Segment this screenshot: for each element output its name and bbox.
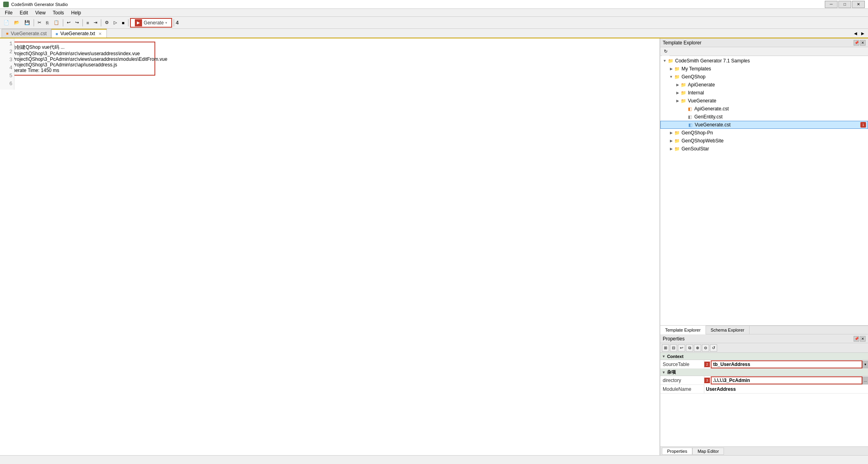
properties-panel: Properties 📌 ✕ ⊞ ⊟ ↩ ⧉ ⊕ ⊖ ↺ ▼ Context	[660, 334, 868, 446]
prop-btn-3[interactable]: ↩	[678, 344, 685, 352]
tree-vuegenerate-cst[interactable]: ◧ VueGenerate.cst 1	[660, 121, 868, 129]
prop-dropdown-sourcetable[interactable]: ▾	[862, 360, 868, 368]
toolbar-format[interactable]: ≡	[84, 18, 91, 27]
toolbar-step[interactable]: ▷	[112, 18, 119, 27]
tree-apigenerate-cst[interactable]: ◧ ApiGenerate.cst	[660, 105, 868, 113]
prop-btn-7[interactable]: ↺	[710, 344, 717, 352]
output-line-2: F:\Project\QShop\3_PcAdmin\src\views\use…	[6, 51, 152, 56]
tree-genqshop-pn[interactable]: ▶ 📁 GenQShop-Pn	[660, 129, 868, 137]
toolbar-badge: 4	[176, 20, 178, 26]
toolbar-new[interactable]: 📄	[2, 18, 11, 27]
template-tree[interactable]: ▼ 📁 CodeSmith Generator 7.1 Samples ▶ 📁 …	[660, 56, 868, 325]
toolbar-paste[interactable]: 📋	[52, 18, 61, 27]
tab-scroll-right[interactable]: ▶	[859, 29, 866, 38]
prop-value-modulename[interactable]: UserAddress	[704, 386, 868, 392]
close-button[interactable]: ✕	[852, 1, 865, 8]
tree-toggle-internal[interactable]: ▶	[675, 90, 680, 96]
toolbar-sep2	[63, 19, 63, 26]
te-refresh-btn[interactable]: ↻	[662, 47, 670, 56]
tree-toggle-gensoulstar[interactable]: ▶	[668, 146, 674, 152]
tab-close-button[interactable]: ✕	[98, 32, 102, 36]
tab-scroll-left[interactable]: ◀	[852, 29, 859, 38]
prop-name-sourcetable: SourceTable	[660, 360, 704, 368]
tree-toggle-genqshop-website[interactable]: ▶	[668, 138, 674, 144]
prop-value-directory[interactable]: .\.\.\.\3_PcAdmin	[711, 376, 862, 384]
tree-toggle-apigenerate[interactable]: ▶	[675, 82, 680, 88]
vuegenerate-badge: 1	[860, 122, 866, 128]
toolbar-indent[interactable]: ⇥	[92, 18, 99, 27]
menu-help[interactable]: Help	[68, 9, 84, 16]
tree-genentity-cst[interactable]: ◧ GenEntity.cst	[660, 113, 868, 121]
tree-toggle-vuegenerate[interactable]: ▶	[675, 98, 680, 104]
tab-vue-generate-cst[interactable]: ■ VueGenerate.cst	[2, 29, 51, 38]
tree-genqshop-website[interactable]: ▶ 📁 GenQShopWebSite	[660, 137, 868, 145]
prop-btn-5[interactable]: ⊕	[694, 344, 701, 352]
prop-browse-directory[interactable]: …	[862, 376, 868, 384]
toolbar-open[interactable]: 📂	[12, 18, 22, 27]
tree-label-genqshop-website: GenQShopWebSite	[682, 138, 868, 144]
te-pin-btn[interactable]: 📌	[854, 40, 859, 46]
bottom-tab-properties[interactable]: Properties	[662, 448, 692, 455]
prop-btn-6[interactable]: ⊖	[702, 344, 709, 352]
props-pin-btn[interactable]: 📌	[854, 336, 859, 342]
output-line-3: F:\Project\QShop\3_PcAdmin\src\views\use…	[6, 56, 152, 62]
tree-toggle-mytemplates[interactable]: ▶	[668, 66, 674, 72]
toolbar-redo[interactable]: ↪	[73, 18, 81, 27]
tree-toggle-genqshop-pn[interactable]: ▶	[668, 130, 674, 136]
prop-row-sourcetable: SourceTable 2 tb_UserAddress ▾	[660, 360, 868, 369]
minimize-button[interactable]: ─	[825, 1, 838, 8]
props-close-btn[interactable]: ✕	[860, 336, 866, 342]
panel-tabs: Template Explorer Schema Explorer	[660, 326, 868, 334]
folder-apigenerate-icon: 📁	[680, 82, 687, 88]
generate-button[interactable]: ▶ Generate ▾	[130, 18, 172, 28]
prop-btn-1[interactable]: ⊞	[662, 344, 669, 352]
tab-vue-generate-txt[interactable]: ■ VueGenerate.txt ✕	[51, 29, 107, 38]
app-title: CodeSmith Generator Studio	[11, 2, 68, 7]
template-explorer-header-btns[interactable]: 📌 ✕	[854, 40, 866, 46]
bottom-tab-map-editor[interactable]: Map Editor	[692, 448, 724, 455]
menu-edit[interactable]: Edit	[16, 9, 31, 16]
section-misc-label: 杂项	[667, 369, 676, 375]
section-misc-toggle[interactable]: ▼	[662, 370, 666, 374]
tree-apigenerate-folder[interactable]: ▶ 📁 ApiGenerate	[660, 81, 868, 89]
menu-file[interactable]: File	[2, 9, 16, 16]
title-bar-controls[interactable]: ─ □ ✕	[825, 1, 865, 8]
toolbar-debug[interactable]: ⚙	[103, 18, 111, 27]
prop-row-modulename: ModuleName UserAddress	[660, 385, 868, 394]
app-icon	[3, 2, 9, 7]
tree-label-vuegenerate-cst: VueGenerate.cst	[695, 122, 860, 128]
tree-my-templates[interactable]: ▶ 📁 My Templates	[660, 65, 868, 73]
title-bar: CodeSmith Generator Studio ─ □ ✕	[0, 0, 868, 9]
toolbar-cut[interactable]: ✂	[36, 18, 43, 27]
tree-toggle-genqshop[interactable]: ▼	[668, 74, 674, 80]
prop-btn-2[interactable]: ⊟	[670, 344, 677, 352]
prop-section-context[interactable]: ▼ Context	[660, 353, 868, 360]
tree-genqshop[interactable]: ▼ 📁 GenQShop	[660, 73, 868, 81]
te-close-btn[interactable]: ✕	[860, 40, 866, 46]
folder-genqshop-icon: 📁	[674, 74, 680, 80]
tree-internal-folder[interactable]: ▶ 📁 Internal	[660, 89, 868, 97]
prop-value-sourcetable[interactable]: tb_UserAddress	[711, 360, 862, 368]
properties-header-btns[interactable]: 📌 ✕	[854, 336, 866, 342]
folder-genqshop-pn-icon: 📁	[674, 130, 680, 136]
maximize-button[interactable]: □	[838, 1, 851, 8]
menu-tools[interactable]: Tools	[50, 9, 67, 16]
menu-view[interactable]: View	[32, 9, 49, 16]
toolbar-save[interactable]: 💾	[22, 18, 32, 27]
tree-label-gensoulstar: GenSoulStar	[682, 146, 868, 152]
panel-tab-template-explorer[interactable]: Template Explorer	[660, 326, 706, 334]
tree-gensoulstar[interactable]: ▶ 📁 GenSoulStar	[660, 145, 868, 153]
toolbar-stop[interactable]: ■	[120, 18, 126, 27]
title-bar-left: CodeSmith Generator Studio	[3, 2, 68, 7]
section-context-toggle[interactable]: ▼	[662, 354, 666, 358]
tab-cst-icon: ■	[6, 31, 8, 36]
prop-section-misc[interactable]: ▼ 杂项	[660, 369, 868, 376]
toolbar-copy[interactable]: ⎘	[44, 18, 51, 27]
tree-codesmith-samples[interactable]: ▼ 📁 CodeSmith Generator 7.1 Samples	[660, 57, 868, 65]
tree-toggle-samples[interactable]: ▼	[662, 58, 668, 64]
line-num-6: 6	[2, 80, 12, 88]
prop-btn-4[interactable]: ⧉	[686, 344, 693, 352]
tree-vuegenerate-folder[interactable]: ▶ 📁 VueGenerate	[660, 97, 868, 105]
toolbar-undo[interactable]: ↩	[65, 18, 72, 27]
panel-tab-schema-explorer[interactable]: Schema Explorer	[706, 326, 750, 334]
